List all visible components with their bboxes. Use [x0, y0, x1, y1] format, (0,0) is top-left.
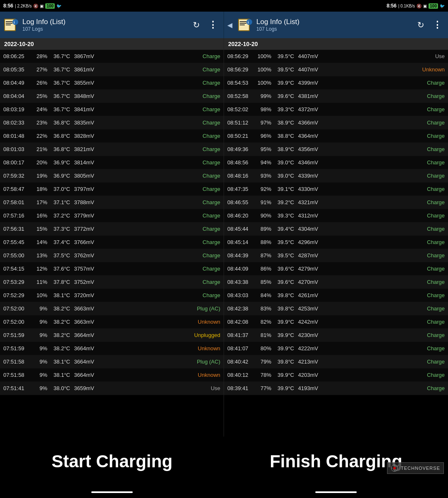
log-row[interactable]: 08:48:56 94% 39.0°C 4346mV Charge	[224, 156, 448, 169]
log-pct: 23%	[32, 120, 47, 126]
log-row[interactable]: 07:53:29 11% 37.8°C 3752mV Charge	[0, 276, 224, 289]
log-pct: 94%	[256, 159, 271, 166]
log-pct: 93%	[256, 173, 271, 179]
log-status: Charge	[94, 186, 220, 192]
log-row[interactable]: 08:39:41 77% 39.9°C 4193mV Charge	[224, 382, 448, 395]
log-time: 07:51:41	[3, 385, 32, 391]
log-status: Charge	[94, 53, 220, 59]
log-time: 08:54:53	[227, 80, 256, 86]
log-mv: 3664mV	[70, 372, 94, 378]
log-time: 07:54:15	[3, 266, 32, 272]
log-row[interactable]: 07:56:31 15% 37.3°C 3772mV Charge	[0, 222, 224, 236]
log-row[interactable]: 08:48:16 93% 39.0°C 4339mV Charge	[224, 169, 448, 183]
log-row[interactable]: 08:00:17 20% 36.9°C 3814mV Charge	[0, 156, 224, 169]
refresh-button-right[interactable]: ↻	[413, 17, 428, 32]
log-pct: 9%	[32, 372, 47, 378]
log-row[interactable]: 07:52:29 10% 38.1°C 3720mV Charge	[0, 289, 224, 302]
log-status: Charge	[94, 80, 220, 86]
log-row[interactable]: 08:01:03 21% 36.8°C 3821mV Charge	[0, 143, 224, 156]
log-row[interactable]: 07:54:15 12% 37.6°C 3757mV Charge	[0, 262, 224, 276]
log-mv: 4381mV	[294, 93, 318, 99]
log-row[interactable]: 08:02:33 23% 36.8°C 3835mV Charge	[0, 116, 224, 129]
log-row[interactable]: 08:04:49 26% 36.7°C 3855mV Charge	[0, 76, 224, 90]
log-row[interactable]: 07:58:47 18% 37.0°C 3797mV Charge	[0, 183, 224, 196]
log-row[interactable]: 08:40:12 78% 39.9°C 4203mV Charge	[224, 369, 448, 382]
panel-right: 2022-10-20 08:56:29 100% 39.5°C 4407mV U…	[224, 38, 448, 437]
log-time: 08:01:48	[3, 133, 32, 139]
log-row[interactable]: 08:54:53 100% 39.9°C 4399mV Charge	[224, 76, 448, 90]
log-row[interactable]: 08:46:20 90% 39.3°C 4312mV Charge	[224, 209, 448, 222]
log-row[interactable]: 07:51:59 9% 38.2°C 3664mV Unknown	[0, 342, 224, 355]
log-row[interactable]: 08:45:14 88% 39.5°C 4296mV Charge	[224, 236, 448, 249]
log-status: Charge	[318, 80, 445, 86]
log-row[interactable]: 07:55:00 13% 37.5°C 3762mV Charge	[0, 249, 224, 262]
log-pct: 9%	[32, 385, 47, 391]
log-row[interactable]: 08:42:08 82% 39.9°C 4242mV Charge	[224, 315, 448, 329]
log-mv: 3861mV	[70, 66, 94, 73]
log-mv: 4253mV	[294, 305, 318, 312]
log-status: Charge	[318, 146, 445, 152]
log-row[interactable]: 08:44:09 86% 39.6°C 4279mV Charge	[224, 262, 448, 276]
log-status: Charge	[318, 305, 445, 312]
log-row[interactable]: 08:56:29 100% 39.5°C 4407mV Use	[224, 50, 448, 63]
log-row[interactable]: 07:55:45 14% 37.4°C 3766mV Charge	[0, 236, 224, 249]
log-pct: 20%	[32, 159, 47, 166]
log-row[interactable]: 08:45:44 89% 39.4°C 4304mV Charge	[224, 222, 448, 236]
log-row[interactable]: 07:52:00 9% 38.2°C 3663mV Plug (AC)	[0, 302, 224, 315]
log-row[interactable]: 08:04:04 25% 36.7°C 3848mV Charge	[0, 90, 224, 103]
log-row[interactable]: 08:03:19 24% 36.7°C 3841mV Charge	[0, 103, 224, 116]
log-time: 07:53:29	[3, 279, 32, 285]
log-row[interactable]: 08:51:12 97% 38.9°C 4366mV Charge	[224, 116, 448, 129]
log-temp: 39.4°C	[271, 226, 294, 232]
log-row[interactable]: 08:43:38 85% 39.6°C 4270mV Charge	[224, 276, 448, 289]
log-row[interactable]: 07:52:00 9% 38.2°C 3663mV Unknown	[0, 315, 224, 329]
log-mv: 3835mV	[70, 120, 94, 126]
log-row[interactable]: 07:51:58 9% 38.1°C 3664mV Plug (AC)	[0, 355, 224, 369]
log-temp: 36.7°C	[47, 106, 70, 112]
log-mv: 4261mV	[294, 292, 318, 298]
log-row[interactable]: 08:06:25 28% 36.7°C 3867mV Charge	[0, 50, 224, 63]
log-temp: 36.8°C	[47, 133, 70, 139]
log-pct: 9%	[32, 305, 47, 312]
log-row[interactable]: 08:43:03 84% 39.8°C 4261mV Charge	[224, 289, 448, 302]
menu-button-left[interactable]: ⋮	[205, 17, 220, 32]
log-mv: 4304mV	[294, 226, 318, 232]
log-row[interactable]: 07:58:01 17% 37.1°C 3788mV Charge	[0, 196, 224, 209]
log-row[interactable]: 08:47:35 92% 39.1°C 4330mV Charge	[224, 183, 448, 196]
log-row[interactable]: 07:59:32 19% 36.9°C 3805mV Charge	[0, 169, 224, 183]
log-row[interactable]: 08:52:58 99% 39.6°C 4381mV Charge	[224, 90, 448, 103]
log-row[interactable]: 08:41:37 81% 39.9°C 4230mV Charge	[224, 329, 448, 342]
log-pct: 11%	[32, 279, 47, 285]
log-pct: 16%	[32, 212, 47, 219]
log-time: 08:45:44	[227, 226, 256, 232]
log-row[interactable]: 07:51:41 9% 38.0°C 3659mV Use	[0, 382, 224, 395]
log-row[interactable]: 07:57:16 16% 37.2°C 3779mV Charge	[0, 209, 224, 222]
log-row[interactable]: 08:49:36 95% 38.9°C 4356mV Charge	[224, 143, 448, 156]
refresh-button-left[interactable]: ↻	[189, 17, 204, 32]
log-row[interactable]: 08:56:29 100% 39.5°C 4407mV Unknown	[224, 63, 448, 76]
menu-button-right[interactable]: ⋮	[430, 17, 445, 32]
back-icon-right[interactable]: ◀	[227, 21, 232, 29]
log-row[interactable]: 07:51:58 9% 38.1°C 3664mV Unknown	[0, 369, 224, 382]
log-mv: 4356mV	[294, 146, 318, 152]
log-row[interactable]: 07:51:59 9% 38.2°C 3664mV Unplugged	[0, 329, 224, 342]
log-row[interactable]: 08:50:21 96% 38.8°C 4364mV Charge	[224, 129, 448, 143]
app-bars: i Log Info (List) 107 Logs ↻ ⋮ ◀ i Lo	[0, 12, 448, 38]
log-status: Charge	[94, 106, 220, 112]
log-time: 08:00:17	[3, 159, 32, 166]
technoverse-icon	[391, 464, 398, 472]
log-row[interactable]: 08:01:48 22% 36.8°C 3828mV Charge	[0, 129, 224, 143]
log-temp: 37.2°C	[47, 212, 70, 219]
log-row[interactable]: 08:42:38 83% 39.8°C 4253mV Charge	[224, 302, 448, 315]
log-row[interactable]: 08:46:55 91% 39.2°C 4321mV Charge	[224, 196, 448, 209]
app-bar-subtitle-right: 107 Logs	[256, 26, 410, 32]
time-right: 8:56	[387, 3, 397, 9]
log-status: Unknown	[94, 319, 220, 325]
log-row[interactable]: 08:52:02 98% 39.3°C 4372mV Charge	[224, 103, 448, 116]
log-row[interactable]: 08:05:35 27% 36.7°C 3861mV Charge	[0, 63, 224, 76]
log-row[interactable]: 08:40:42 79% 39.8°C 4213mV Charge	[224, 355, 448, 369]
log-temp: 36.7°C	[47, 80, 70, 86]
nav-bar-right	[224, 486, 448, 498]
log-row[interactable]: 08:44:39 87% 39.5°C 4287mV Charge	[224, 249, 448, 262]
log-row[interactable]: 08:41:07 80% 39.9°C 4222mV Charge	[224, 342, 448, 355]
